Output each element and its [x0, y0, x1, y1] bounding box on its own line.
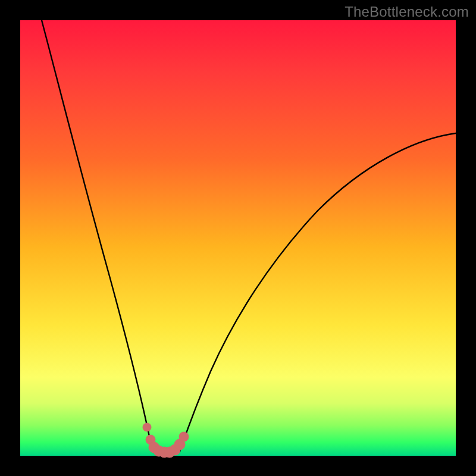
watermark-text: TheBottleneck.com	[345, 4, 469, 20]
curve-left-branch	[42, 20, 154, 452]
trough-marker	[179, 432, 189, 441]
plot-area	[20, 20, 456, 456]
chart-svg	[20, 20, 456, 456]
curve-right-branch	[180, 133, 456, 452]
trough-marker	[143, 423, 151, 431]
trough-marker-group	[143, 423, 189, 458]
chart-frame: TheBottleneck.com	[0, 0, 476, 476]
